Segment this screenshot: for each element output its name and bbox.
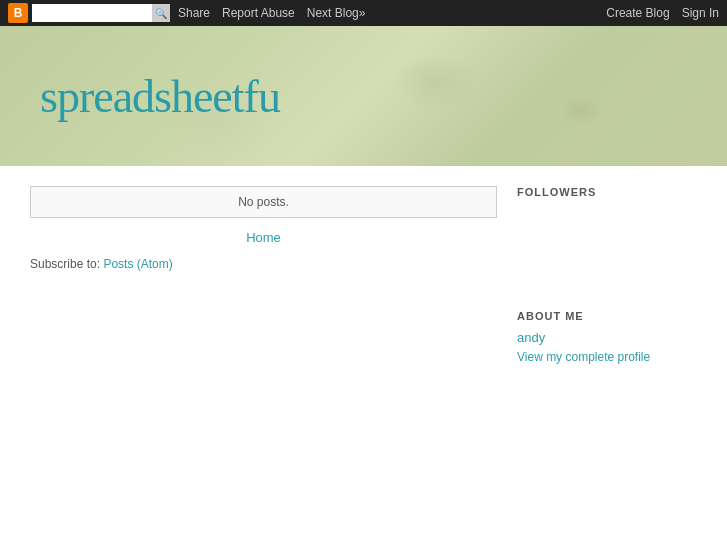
search-input[interactable] — [32, 4, 152, 22]
view-profile-link[interactable]: View my complete profile — [517, 350, 650, 364]
subscribe-section: Subscribe to: Posts (Atom) — [30, 257, 497, 271]
home-link[interactable]: Home — [30, 230, 497, 245]
author-name: andy — [517, 330, 697, 345]
subscribe-link[interactable]: Posts (Atom) — [103, 257, 172, 271]
about-me-heading: ABOUT ME — [517, 310, 697, 322]
navbar: B 🔍 Share Report Abuse Next Blog» Create… — [0, 0, 727, 26]
sign-in-link[interactable]: Sign In — [682, 6, 719, 20]
sidebar: FOLLOWERS ABOUT ME andy View my complete… — [517, 186, 697, 388]
blogger-logo: B — [8, 3, 28, 23]
blog-title: spreadsheetfu — [40, 70, 280, 123]
no-posts-message: No posts. — [238, 195, 289, 209]
followers-section: FOLLOWERS — [517, 186, 697, 286]
right-links: Create Blog Sign In — [606, 6, 719, 20]
search-box: 🔍 — [32, 4, 170, 22]
followers-heading: FOLLOWERS — [517, 186, 697, 198]
subscribe-label: Subscribe to: — [30, 257, 100, 271]
header-banner: spreadsheetfu — [0, 26, 727, 166]
next-blog-link[interactable]: Next Blog» — [307, 6, 366, 20]
content-area: No posts. Home Subscribe to: Posts (Atom… — [30, 186, 497, 388]
about-me-section: ABOUT ME andy View my complete profile — [517, 310, 697, 364]
report-abuse-link[interactable]: Report Abuse — [222, 6, 295, 20]
search-button[interactable]: 🔍 — [152, 4, 170, 22]
no-posts-box: No posts. — [30, 186, 497, 218]
nav-links: Share Report Abuse Next Blog» — [178, 6, 365, 20]
share-link[interactable]: Share — [178, 6, 210, 20]
followers-area — [517, 206, 697, 286]
create-blog-link[interactable]: Create Blog — [606, 6, 669, 20]
main-wrapper: No posts. Home Subscribe to: Posts (Atom… — [0, 166, 727, 408]
